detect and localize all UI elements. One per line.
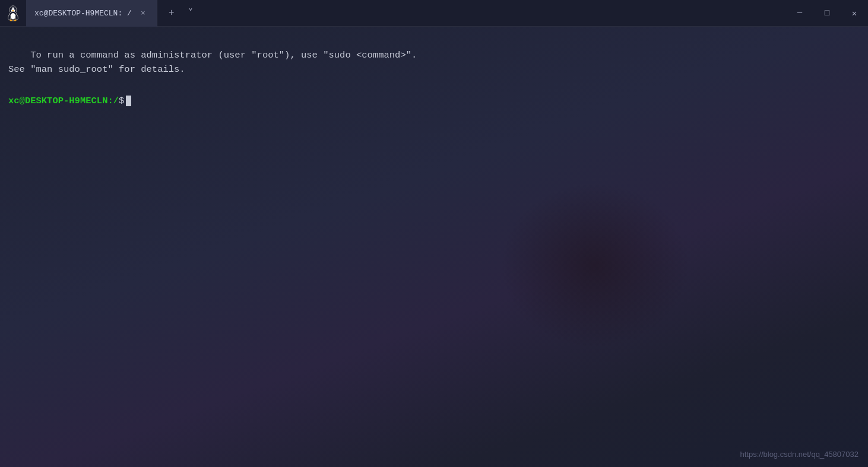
prompt-dollar: $ [119,96,124,106]
prompt-user-host-text: xc@DESKTOP-H9MECLN [8,96,107,106]
svg-point-9 [9,20,12,21]
svg-point-2 [11,8,12,10]
svg-point-10 [14,20,16,21]
titlebar-left: xc@DESKTOP-H9MECLN: / × + ˅ [0,0,786,27]
linux-icon [5,5,21,21]
svg-point-3 [14,8,15,10]
prompt-line: xc@DESKTOP-H9MECLN:/ $ [8,96,860,106]
prompt-separator: : [107,96,113,106]
terminal-cursor [126,96,131,106]
watermark: https://blog.csdn.net/qq_45807032 [740,450,859,459]
active-tab[interactable]: xc@DESKTOP-H9MECLN: / × [26,0,157,27]
tab-title: xc@DESKTOP-H9MECLN: / [34,9,132,18]
new-tab-button[interactable]: + [163,5,180,21]
terminal-line-2: See "man sudo_root" for details. [8,64,185,75]
tab-close-button[interactable]: × [138,8,148,18]
prompt-user-host: xc@DESKTOP-H9MECLN:/ [8,96,119,106]
close-button[interactable]: ✕ [841,0,868,27]
terminal-window[interactable]: To run a command as administrator (user … [0,27,868,467]
window-controls: ─ □ ✕ [786,0,868,27]
svg-point-6 [11,13,16,20]
tab-actions: + ˅ [157,5,205,21]
prompt-path: / [113,96,119,106]
maximize-button[interactable]: □ [813,0,841,27]
prompt-dollar-sign: $ [119,96,124,106]
titlebar: xc@DESKTOP-H9MECLN: / × + ˅ ─ □ ✕ [0,0,868,27]
terminal-output: To run a command as administrator (user … [8,34,860,91]
terminal-line-1: To run a command as administrator (user … [30,50,417,61]
tab-dropdown-button[interactable]: ˅ [182,5,199,21]
minimize-button[interactable]: ─ [786,0,813,27]
